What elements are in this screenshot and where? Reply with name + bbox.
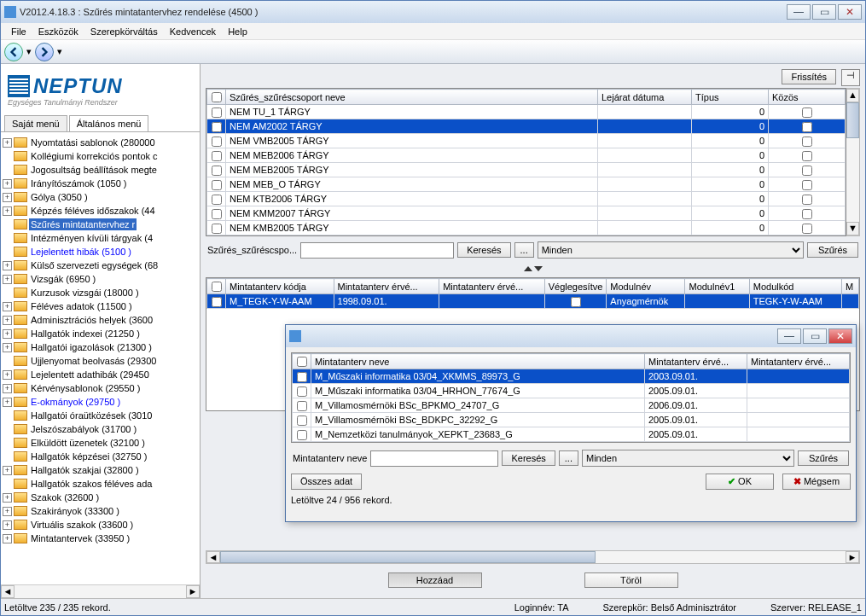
menu-role[interactable]: Szerepkörváltás [85, 25, 163, 38]
shared-checkbox[interactable] [802, 180, 812, 190]
row-checkbox[interactable] [212, 224, 222, 234]
expand-icon[interactable] [3, 411, 12, 421]
sidebar-hscroll[interactable]: ◄ ► [1, 584, 200, 598]
tab-general-menu[interactable]: Általános menü [69, 115, 149, 131]
search-input[interactable] [300, 242, 454, 259]
cancel-button[interactable]: Mégsem [782, 474, 851, 490]
row-checkbox[interactable] [297, 401, 307, 411]
dialog-maximize-button[interactable]: ▭ [803, 328, 827, 344]
browse-button[interactable]: ... [514, 242, 534, 258]
shared-checkbox[interactable] [802, 166, 812, 176]
scroll-left-icon[interactable]: ◄ [1, 585, 15, 598]
dialog-search-button[interactable]: Keresés [502, 450, 555, 466]
dialog-filter-button[interactable]: Szűrés [798, 450, 849, 466]
dialog-close-button[interactable]: ✕ [828, 328, 852, 344]
main-hscroll[interactable]: ◄ ► [206, 550, 860, 564]
expand-icon[interactable] [3, 425, 12, 434]
dialog-minimize-button[interactable]: — [777, 328, 801, 344]
table-row[interactable]: NEM KMM2007 TÁRGY0 [207, 206, 846, 221]
shared-checkbox[interactable] [802, 224, 812, 234]
row-checkbox[interactable] [212, 180, 222, 190]
col-module1[interactable]: Modulnév1 [685, 279, 749, 294]
tree-item[interactable]: +Szakok (32600 ) [1, 491, 200, 504]
row-checkbox[interactable] [297, 416, 307, 426]
tree-item[interactable]: +Virtuális szakok (33600 ) [1, 518, 200, 532]
tree-item[interactable]: +Hallgatói igazolások (21300 ) [1, 340, 200, 354]
expand-icon[interactable]: + [3, 206, 12, 216]
shared-checkbox[interactable] [802, 122, 812, 132]
table-row[interactable]: NEM MEB2005 TÁRGY0 [207, 163, 846, 177]
search-select[interactable]: Minden [538, 241, 804, 259]
col-name[interactable]: Mintatanterv neve [311, 354, 645, 369]
splitter-up-icon[interactable] [524, 266, 532, 271]
close-button[interactable]: ✕ [838, 4, 862, 20]
expand-icon[interactable]: + [3, 466, 12, 475]
tree-item[interactable]: +Kérvénysablonok (29550 ) [1, 381, 200, 395]
tree-item[interactable]: +Külső szervezeti egységek (68 [1, 259, 200, 272]
shared-checkbox[interactable] [802, 108, 812, 118]
row-checkbox[interactable] [212, 151, 222, 161]
filter-grid[interactable]: Szűrés_szűréscsoport neve Lejárat dátuma… [206, 88, 846, 236]
expand-icon[interactable]: + [3, 493, 12, 503]
expand-icon[interactable]: + [3, 329, 12, 339]
tree-item[interactable]: +Vizsgák (6950 ) [1, 272, 200, 286]
scroll-up-icon[interactable]: ▲ [846, 89, 859, 102]
expand-icon[interactable]: + [3, 370, 12, 380]
expand-icon[interactable] [3, 288, 12, 298]
expand-icon[interactable] [3, 234, 12, 243]
tree-item[interactable]: Hallgatók képzései (32750 ) [1, 450, 200, 463]
table-row[interactable]: NEM KMB2005 TÁRGY0 [207, 221, 846, 235]
expand-icon[interactable]: + [3, 398, 12, 407]
col-m[interactable]: M [842, 279, 859, 294]
table-row[interactable]: M_Villamosmérnöki BSc_BPKMO_24707_G2006.… [293, 398, 850, 413]
table-row[interactable]: NEM MEB_O TÁRGY0 [207, 177, 846, 192]
row-checkbox[interactable] [212, 195, 222, 205]
tree-item[interactable]: +Mintatantervek (33950 ) [1, 532, 200, 545]
shared-checkbox[interactable] [802, 137, 812, 147]
tree-item[interactable]: +Gólya (3050 ) [1, 190, 200, 204]
tree-item[interactable]: Lejelentett hibák (5100 ) [1, 245, 200, 259]
table-row[interactable]: NEM KTB2006 TÁRGY0 [207, 192, 846, 206]
row-checkbox[interactable] [212, 108, 222, 118]
col-module[interactable]: Modulnév [607, 279, 685, 294]
tree-item[interactable]: +Féléves adatok (11500 ) [1, 299, 200, 313]
nav-back-dropdown[interactable]: ▾ [26, 46, 32, 57]
expand-icon[interactable] [3, 220, 12, 230]
tree-item[interactable]: +Hallgatók szakjai (32800 ) [1, 463, 200, 477]
shared-checkbox[interactable] [802, 209, 812, 219]
expand-icon[interactable]: + [3, 138, 12, 148]
expand-icon[interactable]: + [3, 316, 12, 325]
dialog-browse-button[interactable]: ... [559, 450, 578, 466]
tree-item[interactable]: +Szakirányok (33300 ) [1, 504, 200, 518]
col-valid1[interactable]: Mintatanterv érvé... [645, 354, 747, 369]
shared-checkbox[interactable] [802, 195, 812, 205]
tree-item[interactable]: +Képzés féléves időszakok (44 [1, 204, 200, 218]
refresh-button[interactable]: Frissítés [782, 69, 836, 84]
expand-icon[interactable]: + [3, 302, 12, 311]
nav-forward-dropdown[interactable]: ▾ [57, 46, 62, 57]
expand-icon[interactable] [3, 166, 12, 175]
row-checkbox[interactable] [212, 137, 222, 147]
col-type[interactable]: Típus [692, 90, 769, 105]
tab-own-menu[interactable]: Saját menü [4, 115, 67, 131]
col-checkbox[interactable] [207, 279, 226, 294]
table-row[interactable]: NEM MEB2006 TÁRGY0 [207, 148, 846, 163]
dialog-search-select[interactable]: Minden [582, 450, 794, 467]
expand-icon[interactable]: + [3, 343, 12, 352]
menu-tools[interactable]: Eszközök [33, 25, 84, 38]
scroll-down-icon[interactable]: ▼ [846, 222, 859, 235]
dialog-grid[interactable]: Mintatanterv neve Mintatanterv érvé... M… [291, 352, 851, 443]
table-row[interactable]: M_Műszaki informatika 03/04_HRHON_77674_… [293, 384, 850, 398]
tree-item[interactable]: Hallgatói óraütközések (3010 [1, 409, 200, 422]
table-row[interactable]: M_TEGK-Y-W-AAM 1998.09.01. Anyagmérnök T… [207, 294, 859, 309]
all-data-button[interactable]: Összes adat [291, 474, 362, 490]
tree-item[interactable]: Kurzusok vizsgái (18000 ) [1, 286, 200, 299]
expand-icon[interactable] [3, 479, 12, 489]
scroll-left-icon[interactable]: ◄ [206, 551, 220, 563]
tree-item[interactable]: Jogosultság beállítások megte [1, 163, 200, 177]
expand-icon[interactable] [3, 357, 12, 366]
table-row[interactable]: M_Villamosmérnöki BSc_BDKPC_32292_G2005.… [293, 413, 850, 427]
expand-icon[interactable]: + [3, 193, 12, 202]
tree-item[interactable]: +Lejelentett adathibák (29450 [1, 368, 200, 381]
delete-button[interactable]: Töröl [584, 572, 678, 588]
